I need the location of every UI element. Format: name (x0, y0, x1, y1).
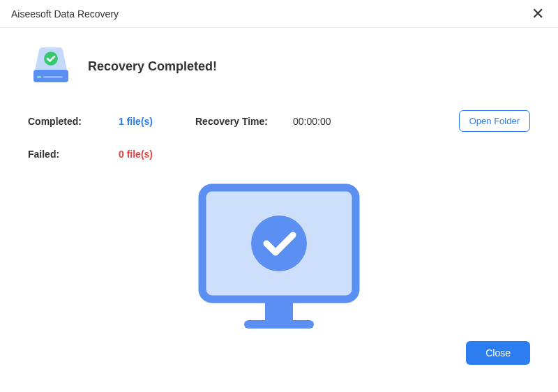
svg-rect-1 (37, 76, 41, 78)
open-folder-button[interactable]: Open Folder (459, 110, 530, 132)
svg-point-8 (251, 216, 307, 271)
failed-value: 0 file(s) (119, 149, 195, 160)
close-icon[interactable]: ✕ (529, 5, 547, 23)
footer-bar: Close (0, 334, 558, 365)
illustration-area (28, 181, 530, 334)
recovery-time-value: 00:00:00 (293, 116, 370, 127)
close-button[interactable]: Close (466, 341, 530, 365)
completed-value: 1 file(s) (119, 116, 195, 127)
content-area: Recovery Completed! Completed: 1 file(s)… (0, 28, 558, 334)
drive-check-icon (28, 42, 74, 91)
page-title: Recovery Completed! (88, 59, 217, 74)
svg-rect-2 (43, 76, 63, 78)
window-title: Aiseesoft Data Recovery (11, 8, 529, 20)
failed-label: Failed: (28, 149, 119, 160)
header-row: Recovery Completed! (28, 42, 530, 91)
monitor-check-icon (188, 181, 370, 334)
titlebar: Aiseesoft Data Recovery ✕ (0, 0, 558, 28)
stats-grid: Completed: 1 file(s) Recovery Time: 00:0… (28, 110, 530, 160)
completed-label: Completed: (28, 116, 119, 127)
recovery-time-label: Recovery Time: (195, 116, 293, 127)
svg-point-3 (44, 52, 58, 66)
svg-rect-7 (244, 320, 314, 329)
svg-rect-6 (265, 299, 293, 320)
